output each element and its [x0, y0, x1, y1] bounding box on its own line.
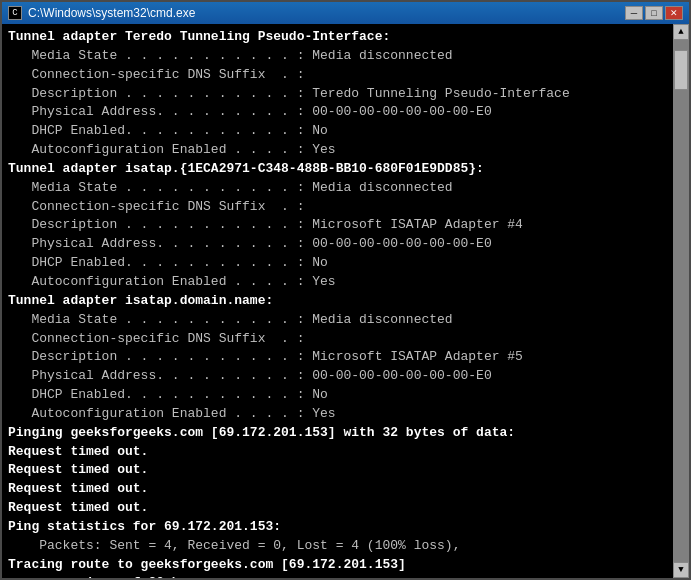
- terminal-line: Packets: Sent = 4, Received = 0, Lost = …: [8, 537, 667, 556]
- window-title: C:\Windows\system32\cmd.exe: [28, 6, 195, 20]
- terminal-line: Autoconfiguration Enabled . . . . : Yes: [8, 273, 667, 292]
- maximize-button[interactable]: □: [645, 6, 663, 20]
- minimize-button[interactable]: ─: [625, 6, 643, 20]
- terminal-line: Physical Address. . . . . . . . . : 00-0…: [8, 103, 667, 122]
- title-bar-left: C C:\Windows\system32\cmd.exe: [8, 6, 195, 20]
- window-icon: C: [8, 6, 22, 20]
- terminal-line: Connection-specific DNS Suffix . :: [8, 198, 667, 217]
- terminal-line: Physical Address. . . . . . . . . : 00-0…: [8, 367, 667, 386]
- terminal-line: DHCP Enabled. . . . . . . . . . . : No: [8, 254, 667, 273]
- terminal-line: Request timed out.: [8, 480, 667, 499]
- terminal-line: Media State . . . . . . . . . . . : Medi…: [8, 311, 667, 330]
- terminal-line: Media State . . . . . . . . . . . : Medi…: [8, 47, 667, 66]
- terminal-line: Connection-specific DNS Suffix . :: [8, 66, 667, 85]
- scrollbar-up-button[interactable]: ▲: [673, 24, 689, 40]
- terminal-line: Request timed out.: [8, 461, 667, 480]
- cmd-window: C C:\Windows\system32\cmd.exe ─ □ ✕ Tunn…: [0, 0, 691, 580]
- terminal-line: Request timed out.: [8, 443, 667, 462]
- title-buttons: ─ □ ✕: [625, 6, 683, 20]
- terminal-line: Connection-specific DNS Suffix . :: [8, 330, 667, 349]
- title-bar: C C:\Windows\system32\cmd.exe ─ □ ✕: [2, 2, 689, 24]
- terminal-output[interactable]: Tunnel adapter Teredo Tunneling Pseudo-I…: [2, 24, 673, 578]
- scrollbar[interactable]: ▲ ▼: [673, 24, 689, 578]
- close-button[interactable]: ✕: [665, 6, 683, 20]
- terminal-line: Tunnel adapter isatap.domain.name:: [8, 292, 667, 311]
- terminal-line: Request timed out.: [8, 499, 667, 518]
- terminal-line: Description . . . . . . . . . . . : Micr…: [8, 216, 667, 235]
- terminal-line: Tunnel adapter Teredo Tunneling Pseudo-I…: [8, 28, 667, 47]
- terminal-line: DHCP Enabled. . . . . . . . . . . : No: [8, 122, 667, 141]
- terminal-line: Autoconfiguration Enabled . . . . : Yes: [8, 405, 667, 424]
- terminal-line: Physical Address. . . . . . . . . : 00-0…: [8, 235, 667, 254]
- terminal-line: Pinging geeksforgeeks.com [69.172.201.15…: [8, 424, 667, 443]
- terminal-line: Media State . . . . . . . . . . . : Medi…: [8, 179, 667, 198]
- scrollbar-thumb[interactable]: [674, 50, 688, 90]
- terminal-line: Ping statistics for 69.172.201.153:: [8, 518, 667, 537]
- terminal-line: Description . . . . . . . . . . . : Micr…: [8, 348, 667, 367]
- scrollbar-down-button[interactable]: ▼: [673, 562, 689, 578]
- terminal-line: Tracing route to geeksforgeeks.com [69.1…: [8, 556, 667, 575]
- terminal-line: over a maximum of 30 hops:: [8, 574, 667, 578]
- terminal-line: Tunnel adapter isatap.{1ECA2971-C348-488…: [8, 160, 667, 179]
- content-area: Tunnel adapter Teredo Tunneling Pseudo-I…: [2, 24, 689, 578]
- terminal-line: DHCP Enabled. . . . . . . . . . . : No: [8, 386, 667, 405]
- terminal-line: Autoconfiguration Enabled . . . . : Yes: [8, 141, 667, 160]
- terminal-line: Description . . . . . . . . . . . : Tere…: [8, 85, 667, 104]
- scrollbar-track[interactable]: [673, 40, 689, 562]
